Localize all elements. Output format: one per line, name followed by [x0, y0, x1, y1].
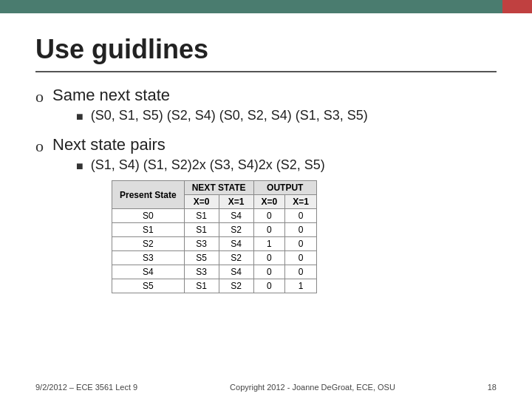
table-cell: 0 [253, 209, 285, 223]
footer-center: Copyright 2012 - Joanne DeGroat, ECE, OS… [230, 383, 395, 392]
slide-footer: 9/2/2012 – ECE 3561 Lect 9 Copyright 201… [35, 383, 497, 392]
slide-title: Use guidlines [35, 34, 497, 65]
top-bar [0, 0, 532, 13]
next-state-group-header: NEXT STATE [184, 181, 253, 195]
table-cell: S3 [184, 237, 219, 251]
main-bullet-list: o Same next state ■ (S0, S1, S5) (S2, S4… [35, 86, 497, 293]
table-row: S0S1S400 [112, 209, 317, 223]
table-cell: S4 [219, 265, 253, 279]
table-cell: S2 [219, 279, 253, 293]
table-group-header-row: Present State NEXT STATE OUTPUT [112, 181, 317, 195]
footer-right: 18 [488, 383, 497, 392]
table-cell: 0 [253, 223, 285, 237]
table-row: S4S3S400 [112, 265, 317, 279]
table-cell: 0 [253, 279, 285, 293]
footer-left: 9/2/2012 – ECE 3561 Lect 9 [35, 383, 137, 392]
table-cell: S2 [219, 251, 253, 265]
sub-bullet-list-1: ■ (S0, S1, S5) (S2, S4) (S0, S2, S4) (S1… [52, 108, 368, 123]
table-cell: S3 [184, 265, 219, 279]
table-cell: S2 [219, 223, 253, 237]
col-x0-next: X=0 [184, 195, 219, 209]
table-cell: S5 [184, 251, 219, 265]
bullet-content-2: Next state pairs ■ (S1, S4) (S1, S2)2x (… [52, 135, 325, 293]
table-cell: S1 [184, 223, 219, 237]
col-x0-out: X=0 [253, 195, 285, 209]
bullet-label-1: Same next state [52, 86, 170, 104]
sub-bullet-text-1: (S0, S1, S5) (S2, S4) (S0, S2, S4) (S1, … [91, 108, 368, 123]
table-row: S3S5S200 [112, 251, 317, 265]
sub-bullet-item-1: ■ (S0, S1, S5) (S2, S4) (S0, S2, S4) (S1… [76, 108, 368, 123]
table-cell: 0 [285, 223, 317, 237]
present-state-col-header: Present State [112, 181, 185, 209]
table-cell: 0 [253, 265, 285, 279]
bullet-marker-2: o [35, 137, 44, 156]
table-cell: S3 [112, 251, 185, 265]
table-cell: S1 [112, 223, 185, 237]
table-container: Present State NEXT STATE OUTPUT X=0 X=1 … [112, 180, 325, 293]
table-cell: 0 [285, 209, 317, 223]
sub-bullet-item-2: ■ (S1, S4) (S1, S2)2x (S3, S4)2x (S2, S5… [76, 157, 325, 173]
bullet-content-1: Same next state ■ (S0, S1, S5) (S2, S4) … [52, 86, 368, 126]
bullet-item-2: o Next state pairs ■ (S1, S4) (S1, S2)2x… [35, 135, 497, 293]
output-group-header: OUTPUT [253, 181, 316, 195]
bullet-marker-1: o [35, 87, 44, 106]
bullet-item-1: o Same next state ■ (S0, S1, S5) (S2, S4… [35, 86, 497, 126]
sub-bullet-marker-2: ■ [76, 160, 83, 173]
table-cell: S5 [112, 279, 185, 293]
title-divider [35, 71, 497, 72]
top-right-accent [502, 0, 532, 13]
sub-bullet-text-2: (S1, S4) (S1, S2)2x (S3, S4)2x (S2, S5) [91, 157, 325, 173]
table-cell: S2 [112, 237, 185, 251]
table-cell: S0 [112, 209, 185, 223]
col-x1-next: X=1 [219, 195, 253, 209]
bullet-label-2: Next state pairs [52, 135, 166, 154]
sub-bullet-list-2: ■ (S1, S4) (S1, S2)2x (S3, S4)2x (S2, S5… [52, 157, 325, 173]
table-cell: 0 [253, 251, 285, 265]
table-row: S2S3S410 [112, 237, 317, 251]
table-cell: 1 [285, 279, 317, 293]
table-cell: 0 [285, 265, 317, 279]
table-cell: S1 [184, 279, 219, 293]
table-body: S0S1S400S1S1S200S2S3S410S3S5S200S4S3S400… [112, 209, 317, 293]
table-row: S5S1S201 [112, 279, 317, 293]
table-row: S1S1S200 [112, 223, 317, 237]
sub-bullet-marker-1: ■ [76, 110, 83, 123]
table-cell: 0 [285, 237, 317, 251]
col-x1-out: X=1 [285, 195, 317, 209]
table-cell: 1 [253, 237, 285, 251]
slide-content: Use guidlines o Same next state ■ (S0, S… [0, 13, 532, 399]
table-cell: S1 [184, 209, 219, 223]
table-cell: S4 [219, 209, 253, 223]
table-cell: 0 [285, 251, 317, 265]
state-table: Present State NEXT STATE OUTPUT X=0 X=1 … [112, 180, 317, 293]
table-cell: S4 [112, 265, 185, 279]
table-cell: S4 [219, 237, 253, 251]
